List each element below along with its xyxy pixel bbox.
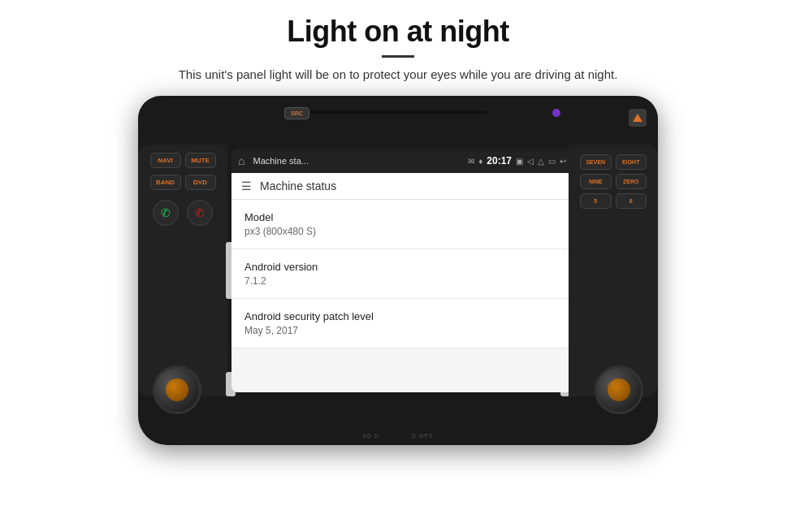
right-knob-inner — [608, 378, 630, 401]
volume-icon: ◁ — [527, 157, 534, 166]
android-version-label: Android version — [244, 261, 560, 273]
phone-accept-button[interactable]: ✆ — [153, 200, 179, 226]
six-button[interactable]: 6 — [616, 193, 647, 209]
five-button[interactable]: 5 — [580, 193, 612, 209]
left-btn-row-2: BAND DVD — [150, 175, 216, 190]
right-panel: SEVEN EIGHT NINE ZERO 5 6 — [569, 145, 658, 396]
page-subtitle: This unit's panel light will be on to pr… — [179, 67, 618, 81]
dvd-button[interactable]: DVD — [185, 175, 216, 190]
android-status-bar: ⌂ Machine sta... ✉ ♦ 20:17 ▣ ◁ △ ▭ ↩ — [231, 149, 573, 173]
hamburger-icon[interactable]: ☰ — [241, 179, 252, 192]
security-patch-label: Android security patch level — [244, 310, 560, 322]
home-icon[interactable]: ⌂ — [238, 154, 244, 167]
status-bar-title: Machine sta... — [253, 156, 463, 166]
right-knob[interactable] — [595, 365, 643, 414]
triangle-button[interactable] — [629, 109, 647, 127]
page-title: Light on at night — [287, 15, 508, 49]
left-panel: NAVI MUTE BAND DVD ✆ ✆ — [138, 145, 227, 396]
phone-accept-icon: ✆ — [161, 206, 171, 219]
model-value: px3 (800x480 S) — [244, 226, 560, 237]
topbar-title: Machine status — [260, 179, 336, 192]
screen: ⌂ Machine sta... ✉ ♦ 20:17 ▣ ◁ △ ▭ ↩ ☰ M… — [231, 149, 573, 392]
left-btn-row-1: NAVI MUTE — [150, 153, 216, 168]
disc-slot — [309, 110, 487, 114]
eight-button[interactable]: EIGHT — [616, 154, 647, 170]
triangle-icon — [633, 114, 642, 122]
strip-label-right: D GPS — [412, 433, 434, 439]
strip-label-left: SD D — [362, 433, 379, 439]
title-divider — [382, 55, 414, 58]
zero-button[interactable]: ZERO — [616, 174, 647, 189]
eject-icon: △ — [538, 157, 544, 166]
status-icons: ✉ ♦ 20:17 ▣ ◁ △ ▭ ↩ — [468, 155, 566, 167]
back-icon: ↩ — [560, 157, 566, 166]
phone-reject-button[interactable]: ✆ — [187, 200, 213, 226]
info-item-android-version: Android version 7.1.2 — [231, 249, 573, 299]
security-patch-value: May 5, 2017 — [244, 325, 560, 336]
info-item-model: Model px3 (800x480 S) — [231, 200, 573, 249]
android-topbar: ☰ Machine status — [231, 173, 573, 200]
page-wrapper: Light on at night This unit's panel ligh… — [0, 0, 796, 532]
phone-buttons: ✆ ✆ — [153, 200, 213, 226]
status-time: 20:17 — [487, 155, 512, 167]
purple-dot-indicator — [552, 109, 560, 117]
src-button[interactable]: SRC — [284, 107, 309, 119]
car-unit: SRC NAVI MUTE BAND DVD ✆ ✆ — [138, 96, 658, 445]
left-knob[interactable] — [153, 365, 201, 414]
model-label: Model — [244, 211, 560, 223]
mute-button[interactable]: MUTE — [185, 153, 216, 168]
right-btn-grid: SEVEN EIGHT NINE ZERO 5 6 — [580, 154, 647, 209]
band-button[interactable]: BAND — [150, 175, 181, 190]
left-knob-inner — [166, 378, 188, 401]
camera-icon: ▣ — [516, 157, 523, 166]
phone-reject-icon: ✆ — [195, 206, 205, 219]
info-item-security-patch: Android security patch level May 5, 2017 — [231, 299, 573, 348]
bottom-strip: SD D D GPS — [362, 433, 434, 439]
location-icon: ♦ — [478, 157, 482, 166]
nine-button[interactable]: NINE — [580, 174, 612, 189]
message-icon: ✉ — [468, 157, 474, 166]
navi-button[interactable]: NAVI — [150, 153, 181, 168]
screen-icon: ▭ — [548, 157, 556, 166]
android-content: ☰ Machine status Model px3 (800x480 S) A… — [231, 173, 573, 392]
android-version-value: 7.1.2 — [244, 275, 560, 287]
seven-button[interactable]: SEVEN — [580, 154, 612, 170]
